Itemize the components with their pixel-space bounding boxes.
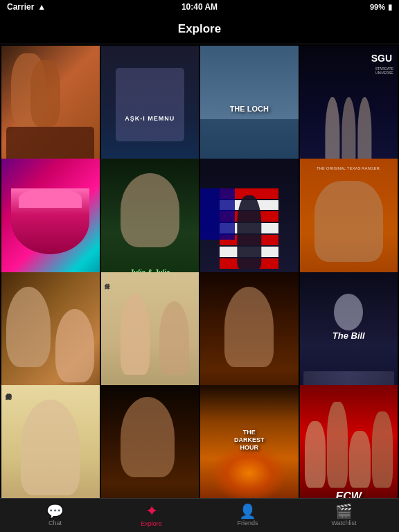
chat-icon: 💬 (46, 504, 64, 518)
tab-explore[interactable]: ✦ Explore (103, 504, 200, 527)
poster-chinese-drama[interactable]: 緣女仔件 (1, 385, 100, 498)
friends-icon: 👤 (239, 504, 256, 518)
status-time: 10:40 AM (181, 2, 218, 12)
tab-chat[interactable]: 💬 Chat (7, 504, 103, 526)
chat-label: Chat (48, 520, 62, 526)
tab-watchlist[interactable]: 🎬 Watchlist (296, 504, 392, 526)
poster-darkest-hour[interactable]: THEDARKESTHOUR (200, 385, 299, 498)
sgu-title: SGU (371, 53, 392, 64)
status-bar: Carrier ▲ 10:40 AM 99% ▮ (0, 0, 399, 14)
battery-icon: ▮ (388, 3, 392, 12)
loch-title: THE LOCH (230, 105, 269, 113)
poster-grid: THIS ISUS AŞK-I MEMNU THE LOCH SGU STARG… (0, 44, 399, 498)
status-right: 99% ▮ (370, 3, 392, 12)
page-title: Explore (178, 22, 221, 36)
battery-label: 99% (370, 3, 385, 11)
bill-title: The Bill (332, 330, 365, 341)
poster-chapo-2[interactable]: CHAPO (101, 385, 200, 498)
explore-icon: ✦ (145, 504, 158, 519)
status-left: Carrier ▲ (7, 2, 46, 12)
darkest-hour-title: THEDARKESTHOUR (234, 429, 265, 451)
header: Explore (0, 14, 399, 44)
watchlist-icon: 🎬 (335, 504, 353, 518)
friends-label: Friends (237, 520, 258, 526)
ask-memnu-title: AŞK-I MEMNU (125, 115, 175, 123)
explore-label: Explore (141, 520, 162, 527)
poster-ecw[interactable]: ECW (300, 385, 398, 498)
wifi-icon: ▲ (37, 2, 46, 12)
sgu-subtitle: STARGATEUNIVERSE (375, 66, 393, 75)
tab-friends[interactable]: 👤 Friends (200, 504, 296, 526)
carrier-label: Carrier (7, 2, 34, 12)
watchlist-label: Watchlist (331, 520, 356, 526)
ecw-title: ECW (336, 490, 362, 498)
tab-bar: 💬 Chat ✦ Explore 👤 Friends 🎬 Watchlist (0, 498, 399, 532)
